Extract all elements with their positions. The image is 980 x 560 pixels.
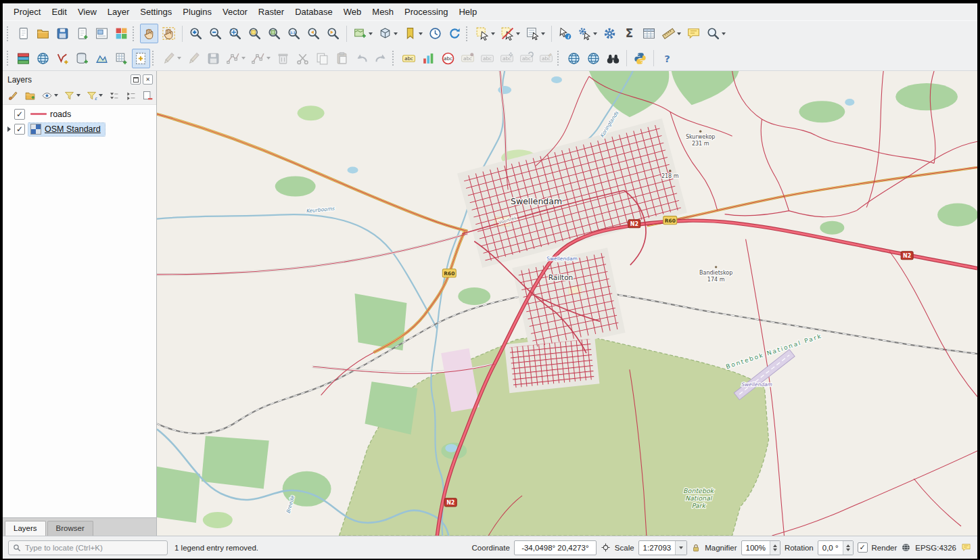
menu-database[interactable]: Database [289,5,338,19]
locate-search-input[interactable]: Type to locate (Ctrl+K) [8,540,168,555]
undo-icon[interactable] [352,49,371,68]
open-layer-styling-icon[interactable] [5,87,21,104]
map-tips-icon[interactable] [684,24,703,43]
pan-map-icon[interactable] [140,24,158,43]
vertex-tool-icon[interactable] [249,49,273,68]
add-group-icon[interactable] [22,87,38,104]
scale-combobox[interactable]: 1:27093 [638,540,688,555]
zoom-to-layer-icon[interactable] [265,24,283,43]
select-features-icon[interactable] [473,24,497,43]
new-print-layout-icon[interactable] [73,24,91,43]
zoom-next-icon[interactable] [324,24,342,43]
toolbar-drag-handle[interactable] [7,26,10,41]
coordinate-input[interactable]: -34,0498° 20,4273° [514,540,597,555]
menu-edit[interactable]: Edit [46,5,72,19]
data-source-manager-icon[interactable] [14,49,32,68]
filter-by-expression-icon[interactable]: ε [84,87,105,104]
open-attribute-table-icon[interactable] [640,24,658,43]
zoom-in-icon[interactable] [187,24,205,43]
toolbar-drag-handle[interactable] [7,51,10,66]
expand-all-icon[interactable] [106,87,122,104]
statistical-summary-icon[interactable]: Σ [620,24,638,43]
layer-labeling-options-icon[interactable]: abc [400,49,418,68]
style-manager-icon[interactable] [112,24,131,43]
delete-selected-icon[interactable] [274,49,292,68]
menu-vector[interactable]: Vector [217,5,253,19]
zoom-last-icon[interactable] [304,24,323,43]
menu-mesh[interactable]: Mesh [367,5,399,19]
search-binoculars-icon[interactable] [604,49,622,68]
toolbar-drag-handle[interactable] [133,26,136,41]
spinner-arrows-icon[interactable] [843,541,853,555]
web-services-icon[interactable] [584,49,603,68]
tab-browser[interactable]: Browser [47,521,93,536]
new-3d-map-view-icon[interactable] [376,24,400,43]
menu-view[interactable]: View [72,5,102,19]
messages-icon[interactable] [960,542,972,553]
temporal-controller-icon[interactable] [426,24,444,43]
panel-float-icon[interactable] [131,74,141,85]
crs-globe-icon[interactable] [901,542,911,553]
new-temporary-scratch-layer-icon[interactable] [132,49,150,68]
python-console-icon[interactable] [631,49,649,68]
rotate-label-icon[interactable]: abc [517,49,536,68]
help-icon[interactable]: ? [658,49,676,68]
spinner-arrows-icon[interactable] [770,541,780,555]
layer-diagram-options-icon[interactable] [419,49,438,68]
cut-features-icon[interactable] [294,49,312,68]
measure-icon[interactable] [659,24,683,43]
menu-processing[interactable]: Processing [399,5,453,19]
processing-toolbox-icon[interactable] [601,24,619,43]
new-virtual-layer-icon[interactable] [112,49,131,68]
select-by-form-icon[interactable] [523,24,547,43]
show-layout-manager-icon[interactable] [93,24,111,43]
new-map-view-icon[interactable] [351,24,375,43]
show-hide-labels-icon[interactable]: abc [478,49,496,68]
new-mesh-layer-icon[interactable] [93,49,111,68]
open-project-icon[interactable] [34,24,52,43]
filter-legend-icon[interactable] [62,87,83,104]
deselect-features-icon[interactable] [498,24,522,43]
refresh-map-icon[interactable] [446,24,464,43]
new-project-icon[interactable] [14,24,32,43]
copy-features-icon[interactable] [313,49,331,68]
zoom-full-extent-icon[interactable] [226,24,244,43]
digitize-with-segment-icon[interactable] [224,49,248,68]
rotation-spinbox[interactable]: 0,0 ° [818,540,854,555]
magnifier-spinbox[interactable]: 100% [741,540,780,555]
new-shapefile-layer-icon[interactable] [53,49,72,68]
zoom-to-selection-icon[interactable] [246,24,264,43]
crs-indicator[interactable]: EPSG:4326 [915,544,956,552]
render-checkbox[interactable] [858,542,868,553]
manage-map-themes-icon[interactable] [39,87,60,104]
save-layer-edits-icon[interactable] [204,49,223,68]
expander-icon[interactable] [7,126,11,132]
menu-settings[interactable]: Settings [135,5,177,19]
move-label-icon[interactable]: abc [498,49,516,68]
layer-item-roads[interactable]: roads [3,107,156,122]
menu-raster[interactable]: Raster [253,5,289,19]
pin-unpin-labels-icon[interactable]: abc [459,49,477,68]
spatial-bookmarks-icon[interactable] [401,24,425,43]
toolbar-drag-handle[interactable] [152,51,156,66]
highlight-pinned-labels-icon[interactable]: abc [439,49,457,68]
run-feature-action-icon[interactable] [576,24,599,43]
layer-item-osm-standard[interactable]: OSM Standard [3,122,156,137]
menu-help[interactable]: Help [453,5,482,19]
change-label-icon[interactable]: abc [537,49,555,68]
lock-scale-icon[interactable] [691,543,701,553]
zoom-native-resolution-icon[interactable]: 1:1 [285,24,303,43]
menu-web[interactable]: Web [338,5,367,19]
toggle-editing-icon[interactable] [185,49,203,68]
tab-layers[interactable]: Layers [5,521,46,536]
layer-visibility-checkbox[interactable] [14,109,25,120]
paste-features-icon[interactable] [333,49,351,68]
add-wms-layer-icon[interactable] [34,49,52,68]
nominatim-search-icon[interactable] [704,24,728,43]
pan-to-selection-icon[interactable] [160,24,178,43]
zoom-out-icon[interactable] [206,24,225,43]
menu-plugins[interactable]: Plugins [177,5,217,19]
map-canvas[interactable]: Swellendam Railton Swellendam Swellendam… [157,71,977,536]
toolbar-drag-handle[interactable] [466,26,469,41]
toolbar-drag-handle[interactable] [557,51,561,66]
